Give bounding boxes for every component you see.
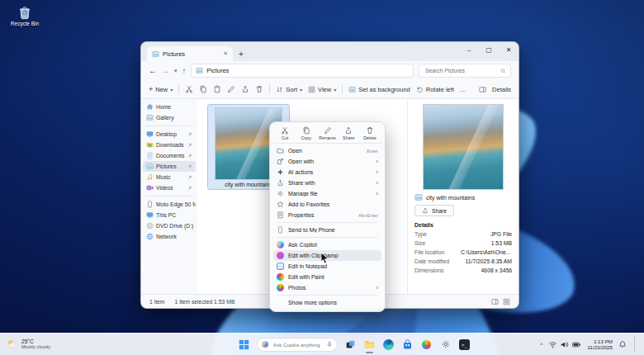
weather-icon: [7, 338, 18, 350]
context-menu-item-edit-with-paint[interactable]: Edit with Paint: [273, 272, 381, 282]
context-quick-actions: Cut Copy Rename Share Delete: [273, 125, 381, 144]
show-desktop-button[interactable]: [634, 337, 637, 352]
details-pane-icon: [479, 86, 486, 93]
sidebar-item-pictures[interactable]: Pictures: [143, 161, 196, 172]
minimize-button[interactable]: –: [459, 42, 479, 58]
time: 1:13 PM: [594, 338, 613, 344]
details-pane-toggle[interactable]: Details: [479, 86, 511, 93]
chevron-down-icon: ▾: [334, 87, 336, 92]
search-input[interactable]: [424, 67, 498, 74]
notifications-bell-icon[interactable]: [618, 340, 627, 348]
search-box[interactable]: [419, 64, 511, 78]
hidden-icons-chevron[interactable]: ^: [540, 342, 542, 348]
list-view-toggle[interactable]: [491, 298, 499, 305]
context-menu-item-properties[interactable]: Properties Alt+Enter: [273, 210, 381, 220]
sidebar-item-home[interactable]: Home: [143, 102, 196, 112]
edge-icon: [383, 339, 394, 350]
context-menu-item-add-to-favorites[interactable]: Add to Favorites: [273, 199, 381, 210]
ai-actions-icon: [277, 168, 284, 176]
recycle-bin-icon: [17, 5, 32, 20]
paste-button[interactable]: [213, 85, 221, 93]
taskbar-settings[interactable]: [439, 338, 452, 351]
sidebar-item-videos[interactable]: Videos: [143, 182, 196, 193]
copy-button[interactable]: [199, 85, 207, 93]
manage-file-icon: [277, 190, 284, 197]
submenu-chevron-icon: ›: [376, 191, 379, 197]
sidebar-item-phone[interactable]: Moto Edge 50 N: [143, 199, 196, 210]
copilot-search-input[interactable]: [272, 341, 323, 348]
address-bar[interactable]: Pictures: [191, 64, 414, 78]
context-copy-button[interactable]: Copy: [297, 126, 315, 140]
date: 11/23/2025: [587, 344, 613, 350]
desktop-icon: [146, 130, 154, 138]
explorer-tab[interactable]: Pictures ✕: [147, 46, 233, 61]
system-tray[interactable]: [548, 340, 581, 349]
context-menu-item-photos[interactable]: Photos ›: [273, 282, 381, 293]
details-header: Details: [414, 222, 512, 228]
notepad-icon: [277, 263, 284, 270]
wifi-icon: [548, 340, 557, 349]
task-view-button[interactable]: [344, 338, 357, 351]
rename-button[interactable]: [227, 85, 235, 93]
sidebar-item-downloads[interactable]: Downloads: [143, 140, 196, 150]
back-button[interactable]: ←: [149, 67, 157, 75]
taskbar-file-explorer[interactable]: [363, 338, 376, 351]
details-share-button[interactable]: Share: [414, 205, 454, 216]
view-button[interactable]: View ▾: [308, 86, 336, 93]
context-cut-button[interactable]: Cut: [276, 126, 294, 140]
pin-icon: [187, 186, 192, 191]
clock[interactable]: 1:13 PM 11/23/2025: [587, 338, 613, 351]
context-menu-item-ask-copilot[interactable]: Ask Copilot: [273, 239, 381, 250]
set-as-background-button[interactable]: Set as background: [348, 86, 410, 93]
sidebar-item-documents[interactable]: Documents: [143, 150, 196, 161]
context-delete-button[interactable]: Delete: [361, 126, 379, 140]
navigation-pane: Home Gallery Desktop Downloads: [141, 99, 197, 294]
tab-close-icon[interactable]: ✕: [223, 50, 228, 57]
context-menu-item-show-more-options[interactable]: Show more options: [273, 297, 381, 308]
context-menu-item-open-with[interactable]: Open with ›: [273, 156, 381, 167]
gear-icon: [441, 339, 451, 349]
view-icon: [308, 86, 315, 93]
sidebar-item-network[interactable]: Network: [143, 231, 196, 242]
delete-button[interactable]: [255, 85, 263, 93]
rotate-left-button[interactable]: Rotate left: [416, 86, 454, 93]
new-tab-button[interactable]: +: [239, 50, 244, 59]
item-count: 1 item: [149, 299, 165, 305]
forward-button[interactable]: →: [162, 67, 170, 75]
sidebar-item-dvd-drive[interactable]: DVD Drive (D:): [143, 220, 196, 231]
sidebar-item-desktop[interactable]: Desktop: [143, 129, 196, 140]
taskbar-store[interactable]: [401, 338, 414, 351]
copilot-search-box[interactable]: [257, 338, 338, 352]
up-button[interactable]: ↑: [182, 67, 187, 75]
context-menu-item-ai-actions[interactable]: AI actions ›: [273, 167, 381, 178]
recycle-bin[interactable]: Recycle Bin: [8, 5, 41, 26]
taskbar-edge[interactable]: [382, 338, 395, 351]
new-button[interactable]: + New ▾: [149, 85, 173, 93]
context-rename-button[interactable]: Rename: [319, 126, 337, 140]
close-button[interactable]: ✕: [499, 42, 519, 58]
navigation-bar: ← → ▾ ↑ Pictures: [141, 61, 519, 80]
details-row-dimensions: Dimensions 4608 x 3456: [414, 267, 512, 273]
context-menu-item-send-to-phone[interactable]: Send to My Phone: [273, 225, 381, 235]
more-options-button[interactable]: …: [460, 86, 466, 93]
sidebar-item-this-pc[interactable]: This PC: [143, 210, 196, 220]
cut-button[interactable]: [185, 85, 193, 93]
share-button[interactable]: [241, 85, 249, 93]
context-share-button[interactable]: Share: [339, 126, 358, 140]
thumbnail-view-toggle[interactable]: [503, 298, 510, 305]
context-menu-item-open[interactable]: Open Enter: [273, 145, 381, 156]
start-button[interactable]: [238, 338, 250, 351]
context-menu-item-manage-file[interactable]: Manage file ›: [273, 188, 381, 199]
pin-icon: [187, 154, 192, 159]
sort-button[interactable]: Sort ▾: [276, 86, 302, 93]
taskbar-photos[interactable]: [420, 338, 433, 351]
context-menu: Cut Copy Rename Share Delete Open Enter: [269, 121, 386, 312]
context-menu-item-share-with[interactable]: Share with ›: [273, 178, 381, 188]
maximize-button[interactable]: ▢: [479, 42, 499, 58]
recent-locations-icon[interactable]: ▾: [174, 68, 178, 73]
weather-widget[interactable]: 25°C Mostly cloudy: [7, 338, 50, 350]
sidebar-item-gallery[interactable]: Gallery: [143, 112, 196, 123]
recycle-bin-label: Recycle Bin: [11, 21, 39, 26]
sidebar-item-music[interactable]: Music: [143, 172, 196, 182]
taskbar-terminal[interactable]: >_: [458, 338, 471, 351]
